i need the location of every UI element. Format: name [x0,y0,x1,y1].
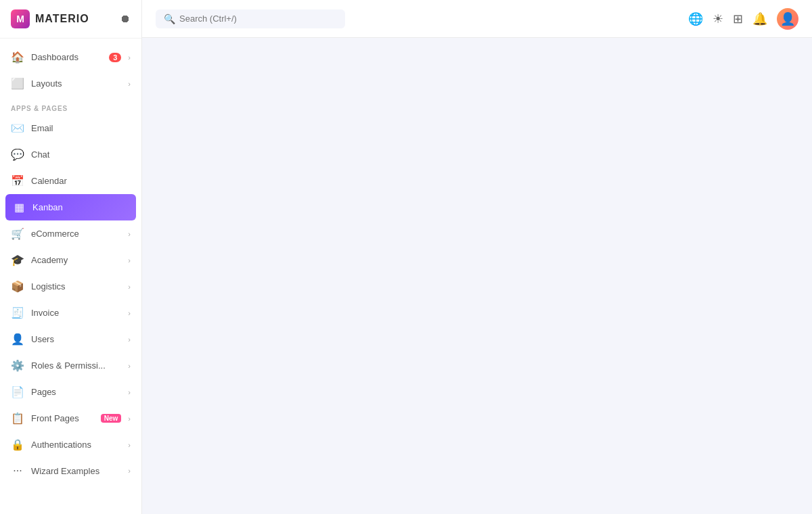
translate-icon[interactable]: 🌐 [688,11,703,26]
sidebar-label-pages: Pages [31,387,121,397]
record-icon: ⏺ [120,13,131,25]
dashboards-icon: 🏠 [11,51,24,64]
sidebar-label-wizard: Wizard Examples [31,466,121,476]
sidebar-label-dashboards: Dashboards [31,52,102,62]
sidebar-label-auth: Authentications [31,440,121,450]
sidebar-item-dashboards[interactable]: 🏠 Dashboards 3 › [0,44,141,70]
sidebar-item-layouts[interactable]: ⬜ Layouts › [0,70,141,97]
arrow-roles: › [128,362,131,370]
grid-icon[interactable]: ⊞ [733,11,743,26]
sidebar-label-roles: Roles & Permissi... [31,360,121,371]
search-icon: 🔍 [164,14,175,24]
sidebar-item-chat[interactable]: 💬 Chat [0,141,141,168]
sidebar-item-kanban[interactable]: ▦ Kanban [5,194,136,220]
sidebar-item-academy[interactable]: 🎓 Academy › [0,247,141,273]
chat-icon: 💬 [11,148,24,161]
sidebar-logo: M MATERIO ⏺ [0,0,141,39]
sidebar-item-frontpages[interactable]: 📋 Front Pages New › [0,405,141,431]
logo-text: MATERIO [35,13,89,25]
sidebar-item-roles[interactable]: ⚙️ Roles & Permissi... › [0,352,141,379]
arrow-layouts: › [128,80,131,88]
sidebar-label-academy: Academy [31,255,121,265]
wizard-icon: ··· [11,465,24,477]
sidebar-label-calendar: Calendar [31,176,131,186]
sidebar-item-pages[interactable]: 📄 Pages › [0,379,141,405]
sidebar-item-users[interactable]: 👤 Users › [0,326,141,352]
calendar-icon: 📅 [11,174,24,187]
ecommerce-icon: 🛒 [11,227,24,240]
sidebar-item-invoice[interactable]: 🧾 Invoice › [0,300,141,326]
sidebar-label-ecommerce: eCommerce [31,229,121,239]
sidebar-item-email[interactable]: ✉️ Email [0,115,141,141]
header: 🔍 🌐 ☀ ⊞ 🔔 👤 [142,0,812,38]
sidebar-nav: 🏠 Dashboards 3 › ⬜ Layouts › APPS & PAGE… [0,39,141,514]
kanban-icon: ▦ [12,201,26,214]
arrow-users: › [128,335,131,344]
arrow-invoice: › [128,309,131,317]
roles-icon: ⚙️ [11,359,24,372]
search-input[interactable] [179,14,337,24]
arrow-pages: › [128,388,131,396]
academy-icon: 🎓 [11,254,24,266]
sidebar-label-email: Email [31,123,131,133]
sidebar-label-frontpages: Front Pages [31,413,94,423]
sidebar-item-logistics[interactable]: 📦 Logistics › [0,273,141,300]
badge-new-frontpages: New [101,414,122,423]
sidebar-item-calendar[interactable]: 📅 Calendar [0,168,141,194]
arrow-academy: › [128,256,131,264]
email-icon: ✉️ [11,122,24,135]
theme-icon[interactable]: ☀ [713,11,723,26]
invoice-icon: 🧾 [11,306,24,319]
frontpages-icon: 📋 [11,412,24,425]
sidebar: M MATERIO ⏺ 🏠 Dashboards 3 › ⬜ Layouts ›… [0,0,142,514]
pages-icon: 📄 [11,386,24,398]
header-icons: 🌐 ☀ ⊞ 🔔 👤 [688,8,798,30]
sidebar-label-layouts: Layouts [31,78,121,89]
logo-icon: M [11,9,30,28]
arrow-logistics: › [128,283,131,291]
sidebar-item-ecommerce[interactable]: 🛒 eCommerce › [0,220,141,247]
layouts-icon: ⬜ [11,77,24,90]
arrow-dashboards: › [128,53,131,62]
arrow-wizard: › [128,467,131,475]
users-icon: 👤 [11,333,24,346]
sidebar-label-logistics: Logistics [31,281,121,291]
sidebar-item-auth[interactable]: 🔒 Authentications › [0,431,141,458]
sidebar-label-invoice: Invoice [31,308,121,318]
sidebar-label-users: Users [31,334,121,344]
auth-icon: 🔒 [11,438,24,451]
user-avatar[interactable]: 👤 [777,8,798,30]
sidebar-label-chat: Chat [31,149,131,160]
notification-icon[interactable]: 🔔 [752,11,767,26]
kanban-board [142,38,812,514]
arrow-ecommerce: › [128,230,131,238]
logistics-icon: 📦 [11,280,24,293]
badge-dashboards: 3 [109,53,121,62]
search-box[interactable]: 🔍 [156,9,345,28]
sidebar-label-kanban: Kanban [32,202,129,212]
arrow-auth: › [128,441,131,449]
apps-pages-section-label: APPS & PAGES [0,97,141,115]
sidebar-item-wizard[interactable]: ··· Wizard Examples › [0,458,141,484]
arrow-frontpages: › [128,415,131,423]
